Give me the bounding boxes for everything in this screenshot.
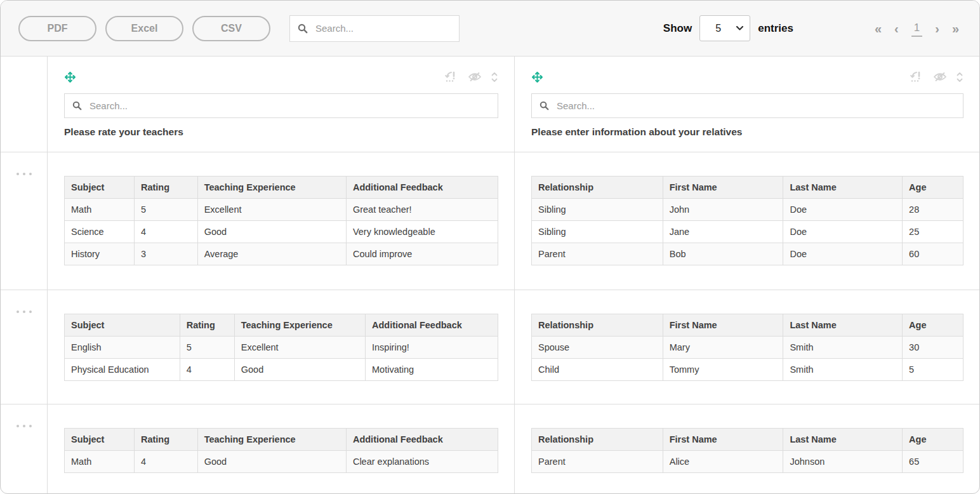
table-header-row: Relationship First Name Last Name Age <box>532 177 963 199</box>
answer-cell: Relationship First Name Last Name Age Pa… <box>515 404 979 494</box>
column-header: Age <box>903 314 963 337</box>
column-header: First Name <box>663 314 783 337</box>
table-header-row: Subject Rating Teaching Experience Addit… <box>65 429 498 451</box>
table-cell: Child <box>532 359 663 381</box>
table-cell: Good <box>234 359 365 381</box>
row-drag-handle-icon[interactable] <box>17 309 32 315</box>
table-cell: Math <box>65 451 135 473</box>
column-header: Last Name <box>783 177 903 199</box>
column-search-input[interactable] <box>88 100 490 112</box>
table-cell: Parent <box>532 451 663 473</box>
table-cell: 25 <box>903 221 963 243</box>
global-search-input[interactable] <box>314 22 451 34</box>
page-size-select[interactable]: 5 <box>699 15 750 41</box>
question-title: Please enter information about your rela… <box>531 126 963 138</box>
table-cell: Physical Education <box>65 359 180 381</box>
table-cell: 5 <box>134 199 197 221</box>
export-pdf-button[interactable]: PDF <box>18 16 96 41</box>
search-icon <box>72 101 82 110</box>
gutter-header-cell <box>1 57 48 152</box>
sort-column-icon[interactable] <box>444 71 459 83</box>
table-cell: English <box>65 337 180 359</box>
column-header: Subject <box>65 177 135 199</box>
question-title: Please rate your teachers <box>64 126 498 138</box>
matrix-table: Relationship First Name Last Name Age Si… <box>531 176 963 265</box>
table-cell: Parent <box>532 243 663 265</box>
table-cell: 65 <box>903 451 963 473</box>
hide-column-icon[interactable] <box>933 72 947 82</box>
row-gutter <box>1 404 48 494</box>
toolbar: PDF Excel CSV Show 5 <box>1 1 979 57</box>
table-cell: 60 <box>903 243 963 265</box>
sort-column-icon[interactable] <box>910 71 924 83</box>
first-page-button[interactable]: « <box>868 22 888 35</box>
column-header: Age <box>903 429 963 451</box>
table-cell: Doe <box>783 199 903 221</box>
table-cell: Motivating <box>365 359 498 381</box>
table-cell: Excellent <box>197 199 346 221</box>
column-search-input[interactable] <box>555 100 955 112</box>
current-page-indicator[interactable]: 1 <box>911 20 922 37</box>
column-header: Rating <box>134 177 197 199</box>
column-header: Additional Feedback <box>365 314 498 337</box>
table-cell: Doe <box>783 243 903 265</box>
column-header: Rating <box>134 429 197 451</box>
export-excel-button[interactable]: Excel <box>105 16 183 41</box>
table-cell: Inspiring! <box>365 337 498 359</box>
row-drag-handle-icon[interactable] <box>17 423 32 429</box>
answer-cell: Subject Rating Teaching Experience Addit… <box>48 152 515 290</box>
table-cell: Clear explanations <box>346 451 498 473</box>
column-header: Subject <box>65 314 180 337</box>
expand-collapse-icon[interactable] <box>956 71 963 83</box>
column-header: First Name <box>663 177 783 199</box>
table-cell: Math <box>65 199 135 221</box>
table-row: Parent Bob Doe 60 <box>532 243 963 265</box>
table-row: Math 4 Good Clear explanations <box>65 451 498 473</box>
answer-cell: Relationship First Name Last Name Age Sp… <box>515 290 979 404</box>
expand-collapse-icon[interactable] <box>491 71 498 83</box>
column-panel-teachers: Please rate your teachers <box>48 57 515 152</box>
last-page-button[interactable]: » <box>946 22 965 35</box>
export-csv-button[interactable]: CSV <box>192 16 270 41</box>
table-cell: Good <box>197 451 346 473</box>
table-cell: History <box>65 243 135 265</box>
column-header: Teaching Experience <box>234 314 365 337</box>
table-row: Science 4 Good Very knowledgeable <box>65 221 498 243</box>
row-drag-handle-icon[interactable] <box>17 171 32 177</box>
table-row: Child Tommy Smith 5 <box>532 359 963 381</box>
table-cell: Good <box>197 221 346 243</box>
hide-column-icon[interactable] <box>468 72 482 82</box>
search-icon <box>298 23 308 34</box>
table-cell: Science <box>65 221 135 243</box>
answer-cell: Relationship First Name Last Name Age Si… <box>515 152 979 290</box>
search-icon <box>540 101 549 110</box>
table-header-row: Relationship First Name Last Name Age <box>532 429 963 451</box>
table-cell: Could improve <box>346 243 498 265</box>
table-cell: 4 <box>180 359 234 381</box>
column-header: Additional Feedback <box>346 177 498 199</box>
column-search-box <box>64 93 498 118</box>
table-row: Sibling John Doe 28 <box>532 199 963 221</box>
move-column-icon[interactable] <box>64 71 76 83</box>
column-header: Rating <box>180 314 234 337</box>
move-column-icon[interactable] <box>531 71 543 83</box>
table-cell: 5 <box>180 337 234 359</box>
matrix-table: Subject Rating Teaching Experience Addit… <box>64 428 498 473</box>
table-row: History 3 Average Could improve <box>65 243 498 265</box>
column-panel-relatives: Please enter information about your rela… <box>515 57 979 152</box>
column-search-box <box>531 93 963 118</box>
table-cell: Mary <box>663 337 783 359</box>
table-cell: Spouse <box>532 337 663 359</box>
column-header: Teaching Experience <box>197 177 346 199</box>
matrix-table: Relationship First Name Last Name Age Pa… <box>531 428 963 473</box>
table-cell: 3 <box>134 243 197 265</box>
table-cell: Doe <box>783 221 903 243</box>
column-header: Teaching Experience <box>197 429 346 451</box>
prev-page-button[interactable]: ‹ <box>888 22 905 35</box>
column-header: Last Name <box>783 314 903 337</box>
table-cell: Alice <box>663 451 783 473</box>
next-page-button[interactable]: › <box>929 22 946 35</box>
show-label: Show <box>663 22 692 35</box>
matrix-table: Subject Rating Teaching Experience Addit… <box>64 314 498 381</box>
table-cell: 28 <box>903 199 963 221</box>
